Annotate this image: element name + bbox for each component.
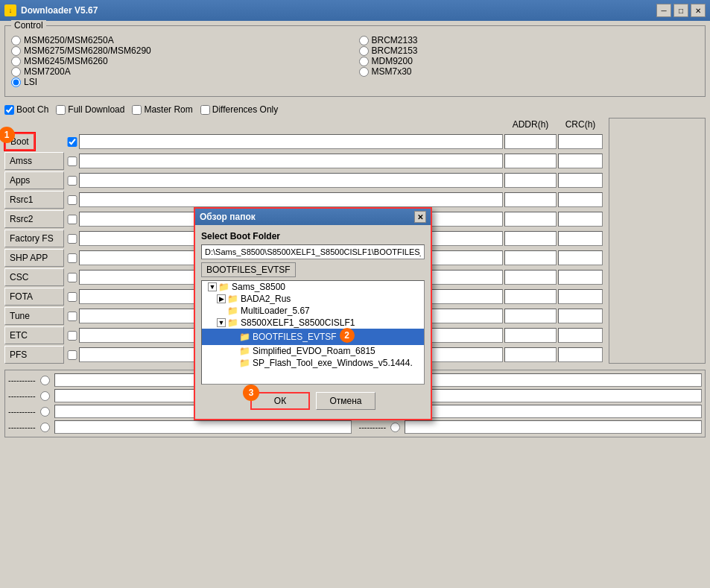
tree-item-simplified[interactable]: 📁 Simplified_EVDO_Roam_6815 <box>202 345 424 357</box>
radio-brcm2133-input[interactable] <box>359 36 369 45</box>
master-rom-input[interactable] <box>132 105 142 115</box>
amss-file-input[interactable] <box>79 154 503 168</box>
bottom-input-4-left[interactable] <box>54 420 352 434</box>
boot-row-check[interactable] <box>67 137 77 147</box>
factory-fs-button[interactable]: Factory FS <box>4 230 64 247</box>
radio-lsi-label: LSI <box>24 77 37 87</box>
factory-fs-row-check[interactable] <box>67 234 77 244</box>
rsrc2-addr-input[interactable] <box>504 212 557 227</box>
tree-item-bootfiles[interactable]: 📁 BOOTFILES_EVTSF 2 <box>202 329 424 345</box>
bottom-input-2-right[interactable] <box>405 389 702 402</box>
bottom-radio-4-left[interactable] <box>40 423 50 432</box>
bottom-input-4-right[interactable] <box>405 420 702 434</box>
tree-item-s8500xelf1[interactable]: ▼ 📁 S8500XELF1_S8500CISLF1 <box>202 317 424 329</box>
pfs-row-check[interactable] <box>67 350 77 360</box>
bottom-radio-4-right[interactable] <box>390 423 400 432</box>
csc-addr-input[interactable] <box>504 270 557 285</box>
radio-lsi-input[interactable] <box>11 78 21 87</box>
radio-msm6245-input[interactable] <box>11 57 21 66</box>
shp-app-crc-input[interactable] <box>558 250 603 265</box>
fota-crc-input[interactable] <box>558 289 603 304</box>
csc-crc-input[interactable] <box>558 270 603 285</box>
modal-tree[interactable]: ▼ 📁 Sams_S8500 ▶ 📁 BADA2_Rus 📁 MultiLoad… <box>201 280 425 385</box>
minimize-button[interactable]: ─ <box>656 4 671 17</box>
file-row-boot <box>67 133 603 151</box>
pfs-addr-input[interactable] <box>504 347 557 362</box>
apps-button[interactable]: Apps <box>4 171 64 189</box>
differences-only-input[interactable] <box>200 105 210 115</box>
modal-ok-button[interactable]: ОК <box>250 392 310 410</box>
boot-crc-input[interactable] <box>558 134 603 149</box>
maximize-button[interactable]: □ <box>673 4 688 17</box>
tree-item-sams-s8500[interactable]: ▼ 📁 Sams_S8500 <box>202 281 424 293</box>
amss-crc-input[interactable] <box>558 154 603 168</box>
tree-expand-sams[interactable]: ▼ <box>208 282 217 291</box>
rsrc1-row-check[interactable] <box>67 195 77 205</box>
pfs-button[interactable]: PFS <box>4 346 64 364</box>
rsrc1-crc-input[interactable] <box>558 192 603 207</box>
tune-addr-input[interactable] <box>504 309 557 323</box>
tree-expand-bada2[interactable]: ▶ <box>217 294 226 303</box>
close-button[interactable]: ✕ <box>691 4 706 17</box>
bottom-radio-1-left[interactable] <box>40 376 50 385</box>
tune-button[interactable]: Tune <box>4 307 64 325</box>
shp-app-addr-input[interactable] <box>504 250 557 265</box>
rsrc2-crc-input[interactable] <box>558 212 603 227</box>
fota-button[interactable]: FOTA <box>4 288 64 306</box>
amss-button[interactable]: Amss <box>4 152 64 170</box>
bottom-input-3-right[interactable] <box>405 405 702 418</box>
bottom-radio-2-left[interactable] <box>40 391 50 401</box>
etc-crc-input[interactable] <box>558 328 603 343</box>
radio-msm7200a: MSM7200A <box>11 66 352 77</box>
modal-close-button[interactable]: ✕ <box>414 211 426 223</box>
folder-icon-s8500: 📁 <box>227 317 238 328</box>
modal-path-input[interactable] <box>201 244 425 259</box>
tree-item-bada2[interactable]: ▶ 📁 BADA2_Rus <box>202 293 424 305</box>
boot-ch-input[interactable] <box>4 105 14 115</box>
radio-left-col: MSM6250/MSM6250A MSM6275/MSM6280/MSM6290… <box>11 35 352 87</box>
rsrc1-file-input[interactable] <box>79 192 503 207</box>
boot-addr-input[interactable] <box>504 134 557 149</box>
radio-msm6250-label: MSM6250/MSM6250A <box>24 35 114 45</box>
folder-icon-simplified: 📁 <box>239 346 250 356</box>
bottom-input-1-right[interactable] <box>405 373 702 387</box>
amss-row-check[interactable] <box>67 157 77 166</box>
apps-addr-input[interactable] <box>504 173 557 188</box>
rsrc2-row-check[interactable] <box>67 215 77 224</box>
apps-file-input[interactable] <box>79 173 503 188</box>
tree-expand-s8500[interactable]: ▼ <box>217 318 226 327</box>
ok-btn-wrapper: ОК 3 <box>250 392 310 410</box>
csc-button[interactable]: CSC <box>4 268 64 286</box>
radio-msm7x30-input[interactable] <box>359 67 369 77</box>
modal-cancel-button[interactable]: Отмена <box>316 392 375 410</box>
rsrc2-button[interactable]: Rsrc2 <box>4 210 64 228</box>
etc-addr-input[interactable] <box>504 328 557 343</box>
factory-fs-addr-input[interactable] <box>504 231 557 246</box>
tune-crc-input[interactable] <box>558 309 603 323</box>
rsrc1-button[interactable]: Rsrc1 <box>4 191 64 209</box>
radio-msm6250-input[interactable] <box>11 36 21 45</box>
radio-msm6275-input[interactable] <box>11 46 21 56</box>
tree-item-multiloader[interactable]: 📁 MultiLoader_5.67 <box>202 305 424 317</box>
pfs-crc-input[interactable] <box>558 347 603 362</box>
rsrc1-addr-input[interactable] <box>504 192 557 207</box>
csc-row-check[interactable] <box>67 273 77 282</box>
amss-addr-input[interactable] <box>504 154 557 168</box>
tree-item-sp-flash[interactable]: 📁 SP_Flash_Tool_exe_Windows_v5.1444. <box>202 357 424 369</box>
bottom-radio-3-left[interactable] <box>40 407 50 417</box>
factory-fs-crc-input[interactable] <box>558 231 603 246</box>
full-download-input[interactable] <box>56 105 66 115</box>
radio-msm7200a-input[interactable] <box>11 67 21 77</box>
boot-file-input[interactable] <box>79 134 503 149</box>
shp-app-button[interactable]: SHP APP <box>4 249 64 267</box>
etc-row-check[interactable] <box>67 331 77 341</box>
fota-addr-input[interactable] <box>504 289 557 304</box>
etc-button[interactable]: ETC <box>4 326 64 344</box>
apps-row-check[interactable] <box>67 176 77 186</box>
tune-row-check[interactable] <box>67 312 77 321</box>
radio-brcm2153-input[interactable] <box>359 46 369 56</box>
fota-row-check[interactable] <box>67 292 77 302</box>
radio-mdm9200-input[interactable] <box>359 57 369 66</box>
apps-crc-input[interactable] <box>558 173 603 188</box>
shp-app-row-check[interactable] <box>67 253 77 263</box>
